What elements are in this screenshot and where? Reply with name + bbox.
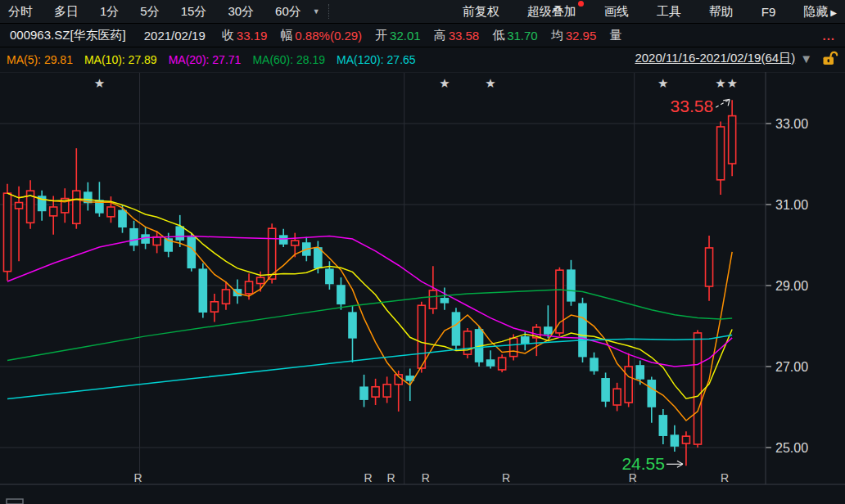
candle-2021/02/10[interactable] [706,248,713,286]
candle-2020/12/10[interactable] [210,302,218,312]
candle-2020/12/08[interactable] [188,237,195,268]
candle-2020/12/25[interactable] [337,286,345,304]
candle-2020/11/24[interactable] [73,191,80,223]
candle-2020/12/31[interactable] [383,385,391,397]
candle-2021/01/28[interactable] [602,379,609,401]
candle-2021/01/27[interactable] [590,358,598,371]
candle-2020/12/30[interactable] [372,387,379,397]
ma-indicator-bar: MA(5): 29.81MA(10): 27.89MA(20): 27.71MA… [0,47,845,72]
candle-2021/01/11[interactable] [452,313,459,345]
candle-2021/02/09[interactable] [694,333,702,444]
y-axis-label: 25.00 [775,441,808,455]
menu-help[interactable]: 帮助 [709,4,734,20]
star-icon: ★ [715,76,725,90]
candle-2021/02/03[interactable] [648,380,655,407]
candle-2020/12/24[interactable] [326,269,333,283]
ma20-readout: MA(20): 27.71 [169,53,242,66]
candle-2020/12/01[interactable] [130,229,138,245]
ma10-readout: MA(10): 27.89 [84,53,157,66]
high-annotation: 33.58 [671,97,714,115]
y-axis-label: 27.00 [775,360,808,374]
quote-more-ellipsis[interactable]: ... [822,29,835,43]
candle-2020/12/03[interactable] [153,237,160,245]
candle-2020/11/30[interactable] [119,210,126,227]
candle-2021/02/18[interactable] [717,127,725,180]
tab-intraday[interactable]: 分时 [8,4,33,20]
candle-2021/01/29[interactable] [613,389,621,405]
range-text[interactable]: 2020/11/16-2021/02/19(64日) [635,51,795,66]
candle-2020/12/02[interactable] [142,235,149,243]
candle-2020/11/16[interactable] [4,193,11,272]
candle-2021/01/26[interactable] [579,304,586,356]
candle-2020/12/15[interactable] [246,281,253,294]
candle-2021/01/21[interactable] [545,327,552,334]
tab-multi-day[interactable]: 多日 [54,4,79,20]
r-event-marker[interactable]: R [502,471,510,484]
change-value: 0.88%(0.29) [295,29,362,43]
symbol-label: 000963.SZ[华东医药] [10,28,126,43]
candle-2020/12/16[interactable] [257,277,264,283]
star-icon: ★ [439,76,450,90]
candle-2020/12/18[interactable] [280,236,287,244]
candle-2021/01/19[interactable] [522,337,529,344]
candle-2020/12/29[interactable] [360,387,368,399]
candle-2021/02/02[interactable] [636,366,644,379]
menu-draw-line[interactable]: 画线 [604,4,629,20]
candle-2020/11/20[interactable] [50,207,57,216]
r-event-marker[interactable]: R [422,471,430,484]
ma60-readout: MA(60): 28.19 [252,53,325,66]
menu-tools[interactable]: 工具 [657,4,681,20]
menu-hide[interactable]: 隐藏▶ [803,4,837,20]
tab-30min[interactable]: 30分 [228,4,254,20]
candle-2021/01/07[interactable] [429,290,436,308]
quote-field-volume-value: 量 [609,28,624,43]
candle-2020/12/21[interactable] [291,241,299,245]
low-value: 31.70 [507,29,538,43]
candle-2020/12/23[interactable] [314,248,322,268]
star-icon: ★ [657,76,668,90]
app-window: 33.0031.0029.0027.0025.00★★★★★★RRRRRRR33… [0,0,845,504]
candle-2021/01/25[interactable] [567,270,575,301]
candle-2021/02/04[interactable] [659,416,667,435]
candle-2021/01/08[interactable] [441,299,448,303]
tab-15min[interactable]: 15分 [181,4,207,20]
candle-2020/12/28[interactable] [349,313,356,338]
candle-2021/02/05[interactable] [671,435,678,446]
quote-field-avg-value: 均32.95 [551,28,597,43]
quote-field-label: 均 [551,28,563,43]
candle-2021/01/15[interactable] [499,358,506,370]
candle-2021/01/14[interactable] [487,360,495,366]
candle-2021/02/01[interactable] [625,367,632,403]
quote-field-label: 低 [492,28,504,43]
candle-2021/01/18[interactable] [510,338,517,356]
menu-forward-adjusted[interactable]: 前复权 [463,4,499,20]
range-selector[interactable]: 2020/11/16-2021/02/19(64日) ▼ [635,49,838,67]
period-dropdown-icon[interactable]: ▼ [313,7,320,16]
candle-2020/11/17[interactable] [16,203,23,209]
tab-5min[interactable]: 5分 [140,4,159,20]
r-event-marker[interactable]: R [629,471,637,484]
r-event-marker[interactable]: R [721,471,729,484]
candle-2020/12/17[interactable] [269,228,276,279]
ma5-readout: MA(5): 29.81 [7,53,73,66]
chevron-down-icon[interactable]: ▼ [800,52,812,65]
r-event-marker[interactable]: R [387,471,395,484]
tab-1min[interactable]: 1分 [100,4,119,20]
menu-f9[interactable]: F9 [761,5,776,19]
candle-2020/11/27[interactable] [107,207,115,217]
star-icon: ★ [726,76,737,90]
chart-canvas[interactable]: 33.0031.0029.0027.0025.00★★★★★★RRRRRRR33… [0,0,845,504]
candle-2021/02/08[interactable] [682,436,689,443]
r-event-marker[interactable]: R [364,471,372,484]
candle-2020/12/11[interactable] [222,290,229,304]
unlock-icon[interactable] [820,49,838,67]
candle-2021/01/06[interactable] [418,305,425,368]
avg-value: 32.95 [566,29,597,43]
r-event-marker[interactable]: R [133,471,142,484]
candle-2021/02/19[interactable] [729,116,736,164]
candle-2020/12/07[interactable] [176,227,183,240]
tab-60min[interactable]: 60分 [275,4,301,20]
candle-2021/01/12[interactable] [464,331,472,354]
candle-2020/12/09[interactable] [199,269,206,312]
menu-super-overlay[interactable]: 超级叠加 [527,4,576,20]
